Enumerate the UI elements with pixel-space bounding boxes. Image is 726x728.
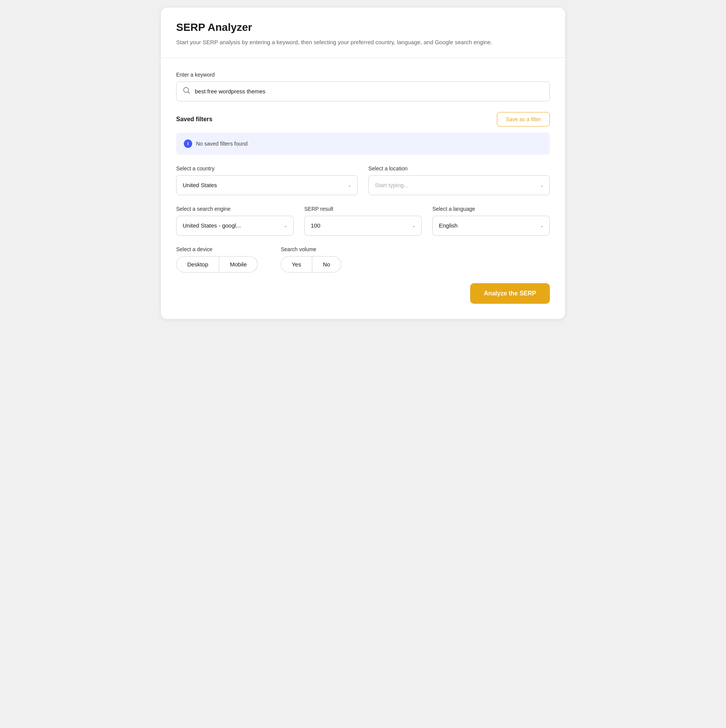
no-filters-text: No saved filters found xyxy=(196,141,247,147)
country-select-wrapper: United States United Kingdom Canada Aust… xyxy=(176,175,358,195)
keyword-input-wrapper xyxy=(176,82,550,101)
country-location-row: Select a country United States United Ki… xyxy=(176,165,550,195)
search-volume-no-button[interactable]: No xyxy=(312,256,341,273)
keyword-label: Enter a keyword xyxy=(176,72,550,78)
card-header: SERP Analyzer Start your SERP analysis b… xyxy=(161,8,565,58)
location-select-wrapper: Start typing... ⌄ xyxy=(368,175,550,195)
country-select[interactable]: United States United Kingdom Canada Aust… xyxy=(176,175,358,195)
saved-filters-section: Saved filters Save as a filter i No save… xyxy=(176,112,550,155)
info-icon: i xyxy=(184,140,192,148)
keyword-section: Enter a keyword xyxy=(176,72,550,101)
language-select-wrapper: English Spanish French German ⌄ xyxy=(432,216,550,236)
search-engine-label: Select a search engine xyxy=(176,206,294,212)
saved-filters-header: Saved filters Save as a filter xyxy=(176,112,550,127)
location-field: Select a location Start typing... ⌄ xyxy=(368,165,550,195)
location-select[interactable]: Start typing... xyxy=(368,175,550,195)
search-volume-field: Search volume Yes No xyxy=(281,246,341,273)
search-volume-toggle-group: Yes No xyxy=(281,256,341,273)
language-select[interactable]: English Spanish French German xyxy=(432,216,550,236)
search-volume-yes-button[interactable]: Yes xyxy=(281,256,312,273)
serp-result-select-wrapper: 10 20 50 100 ⌄ xyxy=(304,216,422,236)
device-mobile-button[interactable]: Mobile xyxy=(219,256,258,273)
serp-result-select[interactable]: 10 20 50 100 xyxy=(304,216,422,236)
card-body: Enter a keyword Saved filters Save as a … xyxy=(161,58,565,319)
no-filters-box: i No saved filters found xyxy=(176,133,550,155)
search-engine-select[interactable]: United States - googl... United Kingdom … xyxy=(176,216,294,236)
analyze-button[interactable]: Analyze the SERP xyxy=(470,283,550,304)
save-filter-button[interactable]: Save as a filter xyxy=(497,112,550,127)
svg-line-1 xyxy=(188,92,190,93)
device-field: Select a device Desktop Mobile xyxy=(176,246,258,273)
country-label: Select a country xyxy=(176,165,358,172)
bottom-row: Analyze the SERP xyxy=(176,283,550,304)
saved-filters-title: Saved filters xyxy=(176,116,212,123)
device-label: Select a device xyxy=(176,246,258,252)
location-label: Select a location xyxy=(368,165,550,172)
serp-result-field: SERP result 10 20 50 100 ⌄ xyxy=(304,206,422,236)
keyword-input[interactable] xyxy=(195,88,543,95)
engine-serp-lang-row: Select a search engine United States - g… xyxy=(176,206,550,236)
search-engine-select-wrapper: United States - googl... United Kingdom … xyxy=(176,216,294,236)
device-toggle-group: Desktop Mobile xyxy=(176,256,258,273)
search-icon xyxy=(183,87,190,96)
language-field: Select a language English Spanish French… xyxy=(432,206,550,236)
search-engine-field: Select a search engine United States - g… xyxy=(176,206,294,236)
country-field: Select a country United States United Ki… xyxy=(176,165,358,195)
language-label: Select a language xyxy=(432,206,550,212)
search-volume-label: Search volume xyxy=(281,246,341,252)
main-card: SERP Analyzer Start your SERP analysis b… xyxy=(161,8,565,319)
serp-result-label: SERP result xyxy=(304,206,422,212)
page-description: Start your SERP analysis by entering a k… xyxy=(176,38,519,47)
page-title: SERP Analyzer xyxy=(176,21,550,34)
device-vol-row: Select a device Desktop Mobile Search vo… xyxy=(176,246,550,273)
device-desktop-button[interactable]: Desktop xyxy=(176,256,219,273)
